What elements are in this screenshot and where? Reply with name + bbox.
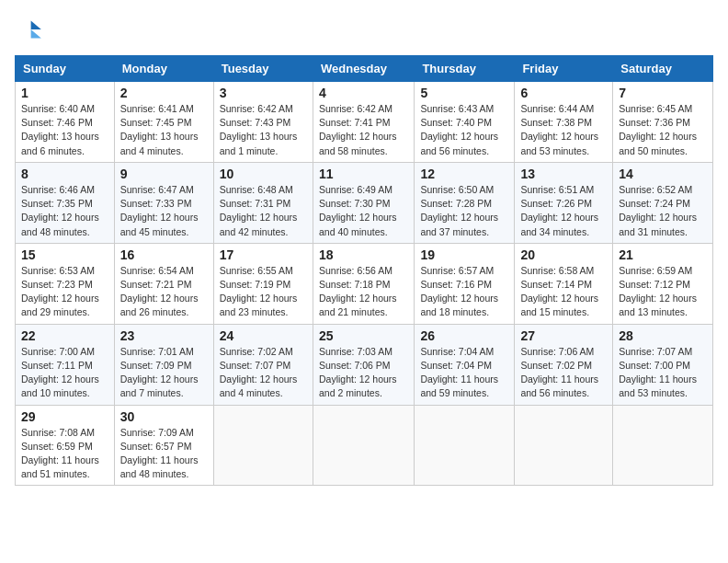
weekday-header-wednesday: Wednesday: [313, 56, 414, 82]
calendar-cell: 28Sunrise: 7:07 AMSunset: 7:00 PMDayligh…: [613, 324, 713, 405]
day-info: Sunrise: 7:00 AMSunset: 7:11 PMDaylight:…: [21, 345, 108, 401]
page-header: [15, 15, 713, 44]
day-number: 8: [21, 167, 108, 181]
day-number: 17: [220, 247, 307, 262]
day-number: 4: [319, 86, 408, 100]
week-row-3: 15Sunrise: 6:53 AMSunset: 7:23 PMDayligh…: [16, 243, 713, 324]
day-info: Sunrise: 6:51 AMSunset: 7:26 PMDaylight:…: [520, 183, 607, 239]
day-number: 18: [319, 247, 408, 262]
day-info: Sunrise: 6:49 AMSunset: 7:30 PMDaylight:…: [319, 183, 408, 239]
day-number: 2: [120, 86, 208, 100]
calendar-cell: 11Sunrise: 6:49 AMSunset: 7:30 PMDayligh…: [313, 162, 414, 243]
day-info: Sunrise: 7:07 AMSunset: 7:00 PMDaylight:…: [619, 345, 707, 401]
weekday-header-thursday: Thursday: [415, 56, 515, 82]
day-number: 26: [420, 328, 508, 343]
day-number: 20: [520, 247, 607, 262]
calendar-cell: 3Sunrise: 6:42 AMSunset: 7:43 PMDaylight…: [213, 82, 313, 163]
day-info: Sunrise: 6:50 AMSunset: 7:28 PMDaylight:…: [420, 183, 508, 239]
day-number: 27: [520, 328, 607, 343]
day-info: Sunrise: 6:42 AMSunset: 7:41 PMDaylight:…: [319, 102, 408, 158]
calendar-cell: 5Sunrise: 6:43 AMSunset: 7:40 PMDaylight…: [415, 82, 515, 163]
calendar-cell: [515, 405, 613, 486]
weekday-header-friday: Friday: [515, 56, 613, 82]
day-number: 30: [120, 409, 208, 424]
logo-icon: [15, 15, 44, 44]
day-number: 24: [220, 328, 307, 343]
week-row-1: 1Sunrise: 6:40 AMSunset: 7:46 PMDaylight…: [16, 82, 713, 163]
day-number: 9: [120, 167, 208, 181]
day-number: 10: [220, 167, 307, 181]
day-number: 6: [520, 86, 607, 100]
calendar-cell: 25Sunrise: 7:03 AMSunset: 7:06 PMDayligh…: [313, 324, 414, 405]
day-info: Sunrise: 6:46 AMSunset: 7:35 PMDaylight:…: [21, 183, 108, 239]
calendar-cell: 8Sunrise: 6:46 AMSunset: 7:35 PMDaylight…: [16, 162, 115, 243]
day-info: Sunrise: 7:03 AMSunset: 7:06 PMDaylight:…: [319, 345, 408, 401]
day-info: Sunrise: 6:52 AMSunset: 7:24 PMDaylight:…: [619, 183, 707, 239]
day-number: 23: [120, 328, 208, 343]
day-number: 22: [21, 328, 108, 343]
day-info: Sunrise: 6:54 AMSunset: 7:21 PMDaylight:…: [120, 264, 208, 320]
weekday-header-sunday: Sunday: [16, 56, 115, 82]
calendar-cell: 13Sunrise: 6:51 AMSunset: 7:26 PMDayligh…: [515, 162, 613, 243]
calendar-cell: 2Sunrise: 6:41 AMSunset: 7:45 PMDaylight…: [114, 82, 213, 163]
day-info: Sunrise: 7:06 AMSunset: 7:02 PMDaylight:…: [520, 345, 607, 401]
day-number: 3: [220, 86, 307, 100]
day-info: Sunrise: 6:41 AMSunset: 7:45 PMDaylight:…: [120, 102, 208, 158]
day-number: 12: [420, 167, 508, 181]
calendar-cell: 27Sunrise: 7:06 AMSunset: 7:02 PMDayligh…: [515, 324, 613, 405]
day-info: Sunrise: 6:58 AMSunset: 7:14 PMDaylight:…: [520, 264, 607, 320]
day-info: Sunrise: 6:56 AMSunset: 7:18 PMDaylight:…: [319, 264, 408, 320]
weekday-header-monday: Monday: [114, 56, 213, 82]
calendar-cell: 15Sunrise: 6:53 AMSunset: 7:23 PMDayligh…: [16, 243, 115, 324]
day-info: Sunrise: 6:44 AMSunset: 7:38 PMDaylight:…: [520, 102, 607, 158]
calendar-cell: 12Sunrise: 6:50 AMSunset: 7:28 PMDayligh…: [415, 162, 515, 243]
day-number: 28: [619, 328, 707, 343]
day-number: 19: [420, 247, 508, 262]
calendar-cell: 16Sunrise: 6:54 AMSunset: 7:21 PMDayligh…: [114, 243, 213, 324]
day-info: Sunrise: 7:01 AMSunset: 7:09 PMDaylight:…: [120, 345, 208, 401]
day-number: 5: [420, 86, 508, 100]
day-number: 21: [619, 247, 707, 262]
calendar-cell: 26Sunrise: 7:04 AMSunset: 7:04 PMDayligh…: [415, 324, 515, 405]
week-row-2: 8Sunrise: 6:46 AMSunset: 7:35 PMDaylight…: [16, 162, 713, 243]
day-number: 7: [619, 86, 707, 100]
day-info: Sunrise: 6:59 AMSunset: 7:12 PMDaylight:…: [619, 264, 707, 320]
calendar-cell: 9Sunrise: 6:47 AMSunset: 7:33 PMDaylight…: [114, 162, 213, 243]
day-info: Sunrise: 6:57 AMSunset: 7:16 PMDaylight:…: [420, 264, 508, 320]
svg-marker-1: [31, 29, 41, 39]
day-number: 29: [21, 409, 108, 424]
day-info: Sunrise: 7:08 AMSunset: 6:59 PMDaylight:…: [21, 426, 108, 482]
day-number: 13: [520, 167, 607, 181]
weekday-header-saturday: Saturday: [613, 56, 713, 82]
calendar-cell: 23Sunrise: 7:01 AMSunset: 7:09 PMDayligh…: [114, 324, 213, 405]
calendar-cell: [613, 405, 713, 486]
calendar-cell: 18Sunrise: 6:56 AMSunset: 7:18 PMDayligh…: [313, 243, 414, 324]
day-info: Sunrise: 7:09 AMSunset: 6:57 PMDaylight:…: [120, 426, 208, 482]
calendar-cell: 6Sunrise: 6:44 AMSunset: 7:38 PMDaylight…: [515, 82, 613, 163]
day-info: Sunrise: 7:04 AMSunset: 7:04 PMDaylight:…: [420, 345, 508, 401]
day-info: Sunrise: 6:45 AMSunset: 7:36 PMDaylight:…: [619, 102, 707, 158]
weekday-header-tuesday: Tuesday: [213, 56, 313, 82]
calendar-cell: 7Sunrise: 6:45 AMSunset: 7:36 PMDaylight…: [613, 82, 713, 163]
svg-marker-0: [31, 20, 41, 29]
day-number: 11: [319, 167, 408, 181]
logo: [15, 15, 48, 44]
day-info: Sunrise: 6:47 AMSunset: 7:33 PMDaylight:…: [120, 183, 208, 239]
calendar-table: SundayMondayTuesdayWednesdayThursdayFrid…: [15, 55, 713, 486]
calendar-cell: 24Sunrise: 7:02 AMSunset: 7:07 PMDayligh…: [213, 324, 313, 405]
day-info: Sunrise: 6:42 AMSunset: 7:43 PMDaylight:…: [220, 102, 307, 158]
calendar-cell: [213, 405, 313, 486]
day-info: Sunrise: 7:02 AMSunset: 7:07 PMDaylight:…: [220, 345, 307, 401]
calendar-cell: [313, 405, 414, 486]
day-number: 1: [21, 86, 108, 100]
day-info: Sunrise: 6:43 AMSunset: 7:40 PMDaylight:…: [420, 102, 508, 158]
calendar-cell: 21Sunrise: 6:59 AMSunset: 7:12 PMDayligh…: [613, 243, 713, 324]
calendar-cell: 1Sunrise: 6:40 AMSunset: 7:46 PMDaylight…: [16, 82, 115, 163]
week-row-5: 29Sunrise: 7:08 AMSunset: 6:59 PMDayligh…: [16, 405, 713, 486]
week-row-4: 22Sunrise: 7:00 AMSunset: 7:11 PMDayligh…: [16, 324, 713, 405]
day-info: Sunrise: 6:53 AMSunset: 7:23 PMDaylight:…: [21, 264, 108, 320]
day-number: 14: [619, 167, 707, 181]
calendar-cell: 30Sunrise: 7:09 AMSunset: 6:57 PMDayligh…: [114, 405, 213, 486]
weekday-header-row: SundayMondayTuesdayWednesdayThursdayFrid…: [16, 56, 713, 82]
calendar-cell: 17Sunrise: 6:55 AMSunset: 7:19 PMDayligh…: [213, 243, 313, 324]
